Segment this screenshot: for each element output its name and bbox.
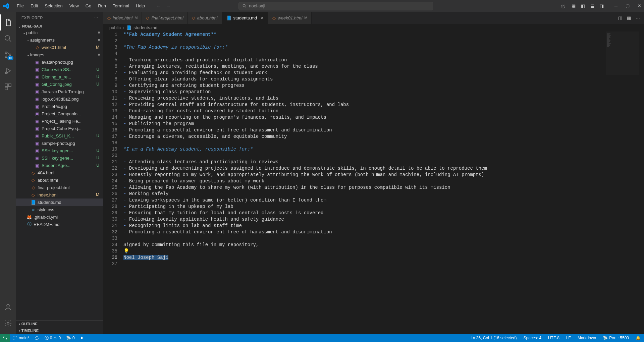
search-activity-icon[interactable]	[0, 31, 16, 47]
layout-grid-icon[interactable]: ▦	[572, 3, 576, 8]
sidebar-more-icon[interactable]: ⋯	[94, 15, 98, 20]
tab[interactable]: ◇week01.htmlM	[268, 12, 312, 24]
file-item[interactable]: ▣Clone with SS...U	[16, 66, 103, 73]
live-server-status[interactable]	[77, 334, 87, 342]
settings-icon[interactable]	[0, 315, 16, 331]
cursor-position[interactable]: Ln 36, Col 1 (16 selected)	[467, 334, 520, 342]
menu-run[interactable]: Run	[95, 2, 109, 10]
status-bar: main* ⓧ0 ⚠0 📡0 Ln 36, Col 1 (16 selected…	[0, 334, 644, 342]
close-tab-icon[interactable]: ✕	[260, 15, 264, 20]
file-item[interactable]: ▣Jurrasic Park Trex.jpg	[16, 88, 103, 95]
timeline-section[interactable]: › TIMELINE	[16, 327, 103, 334]
file-item[interactable]: ▣sample-photo.jpg	[16, 139, 103, 147]
split-editor-icon[interactable]: ◫	[618, 15, 622, 20]
menu-help[interactable]: Help	[132, 2, 148, 10]
file-item[interactable]: #style.css	[16, 206, 103, 213]
sidebar-title: EXPLORER	[21, 16, 43, 20]
file-item[interactable]: ▣ProfilePic.jpg	[16, 103, 103, 110]
code-content[interactable]: **Fab Academy Student Agreement***The Fa…	[123, 32, 644, 334]
nav-arrows: ← →	[156, 3, 170, 8]
file-item[interactable]: ◇final-project.html	[16, 184, 103, 191]
encoding-status[interactable]: UTF-8	[545, 334, 563, 342]
panel-left-icon[interactable]: ◧	[581, 3, 585, 8]
file-item[interactable]: ◇index.htmlM	[16, 191, 103, 198]
menu-view[interactable]: View	[66, 2, 82, 10]
nav-forward-icon[interactable]: →	[166, 3, 170, 8]
folder-item[interactable]: ⌄images	[16, 51, 103, 58]
file-item[interactable]: ⓘREADME.md	[16, 221, 103, 228]
tab[interactable]: 📘students.md✕	[222, 12, 269, 24]
tab-more-icon[interactable]: ⋯	[636, 15, 640, 20]
svg-rect-12	[5, 87, 8, 90]
tab-grid-icon[interactable]: ▦	[627, 15, 631, 20]
debug-icon[interactable]	[0, 63, 16, 79]
file-item[interactable]: ▣avatar-photo.jpg	[16, 58, 103, 66]
menu-go[interactable]: Go	[82, 2, 95, 10]
file-item[interactable]: ▣Project_Talking He...	[16, 117, 103, 125]
close-icon[interactable]: ✕	[638, 3, 641, 8]
file-item[interactable]: ▣Student Agre...U	[16, 162, 103, 169]
command-center[interactable]: noel-saji	[238, 2, 433, 10]
activity-bar: 10	[0, 12, 16, 334]
tab[interactable]: ◇about.html	[188, 12, 222, 24]
tabs-actions: ◫ ▦ ⋯	[618, 15, 644, 20]
file-item[interactable]: ▣Cloning_a_re...U	[16, 73, 103, 80]
search-text: noel-saji	[249, 3, 265, 8]
svg-point-15	[13, 336, 14, 337]
file-item[interactable]: ▣Project_Companio...	[16, 110, 103, 117]
chevron-down-icon: ⌄	[18, 24, 21, 28]
remote-button[interactable]	[0, 334, 10, 342]
minimize-icon[interactable]: ─	[614, 3, 618, 8]
svg-point-6	[5, 52, 7, 54]
explorer-icon[interactable]	[0, 14, 16, 31]
file-item[interactable]: ◇404.html	[16, 169, 103, 176]
menu-file[interactable]: File	[13, 2, 27, 10]
eol-status[interactable]: LF	[563, 334, 574, 342]
file-item[interactable]: ▣SSH key agen...U	[16, 147, 103, 154]
indent-status[interactable]: Spaces: 4	[520, 334, 545, 342]
file-item[interactable]: 🦊.gitlab-ci.yml	[16, 213, 103, 221]
scm-icon[interactable]: 10	[0, 47, 16, 63]
svg-line-5	[9, 40, 11, 42]
breadcrumb[interactable]: public › 📘 students.md	[103, 24, 644, 32]
file-item[interactable]: ▣Public_SSH_K...U	[16, 132, 103, 139]
file-item[interactable]: ▣logo.c343d0a2.png	[16, 95, 103, 103]
menu-selection[interactable]: Selection	[41, 2, 66, 10]
port-status[interactable]: 📡Port : 5500	[599, 334, 632, 342]
folder-item[interactable]: ⌄assignments	[16, 36, 103, 44]
branch-status[interactable]: main*	[10, 334, 32, 342]
file-item[interactable]: ▣Project-Cube Eye.j...	[16, 125, 103, 132]
nav-back-icon[interactable]: ←	[156, 3, 161, 8]
panel-bottom-icon[interactable]: ⬓	[590, 3, 594, 8]
sidebar-header: EXPLORER ⋯	[16, 12, 103, 23]
svg-line-1	[245, 6, 246, 7]
problems-status[interactable]: ⓧ0 ⚠0	[42, 334, 63, 342]
file-item[interactable]: 📘students.md	[16, 198, 103, 206]
language-status[interactable]: Markdown	[574, 334, 599, 342]
extensions-icon[interactable]	[0, 79, 16, 95]
gutter: 1234567891011121314151617181920212223242…	[103, 32, 123, 334]
copilot-icon[interactable]	[560, 3, 566, 9]
file-item[interactable]: ▣SSH key gene...U	[16, 154, 103, 162]
minimap[interactable]: ▬▬▬▬▬▬▬▬▬▬▬▬▬▬▬▬▬▬▬▬▬▬▬▬▬▬▬▬▬▬▬▬▬▬▬▬▬▬▬▬…	[606, 32, 639, 75]
editor[interactable]: 1234567891011121314151617181920212223242…	[103, 32, 644, 334]
file-item[interactable]: ◇about.html	[16, 176, 103, 184]
outline-section[interactable]: › OUTLINE	[16, 321, 103, 327]
menu-terminal[interactable]: Terminal	[109, 2, 132, 10]
vscode-logo-icon	[3, 3, 9, 9]
svg-point-17	[16, 336, 16, 337]
panel-right-icon[interactable]: ◨	[600, 3, 604, 8]
tab[interactable]: ◇final-project.html	[142, 12, 187, 24]
workspace-root[interactable]: ⌄ NOEL-SAJI	[16, 23, 103, 29]
ports-status[interactable]: 📡0	[63, 334, 77, 342]
sync-status[interactable]	[32, 334, 42, 342]
tab[interactable]: ◇index.htmlM	[103, 12, 142, 24]
file-item[interactable]: ◇week01.htmlM	[16, 44, 103, 51]
svg-rect-10	[5, 84, 8, 87]
menu-edit[interactable]: Edit	[27, 2, 41, 10]
notifications-icon[interactable]: 🔔	[632, 334, 644, 342]
maximize-icon[interactable]: ▢	[626, 3, 630, 8]
accounts-icon[interactable]	[0, 299, 16, 315]
folder-item[interactable]: ⌄public	[16, 29, 103, 36]
file-item[interactable]: ▣Git_Config.jpegU	[16, 80, 103, 88]
